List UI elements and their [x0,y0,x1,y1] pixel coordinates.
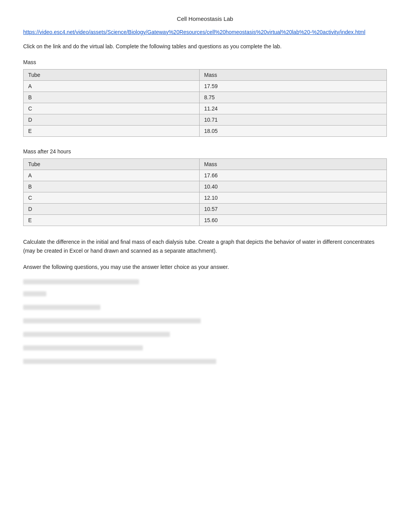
lab-link[interactable]: https://video.esc4.net/video/assets/Scie… [23,29,365,35]
table-row: B10.40 [24,181,387,192]
tube-cell: B [24,181,200,192]
table-row: D10.71 [24,114,387,126]
tube-cell: E [24,215,200,226]
mass-cell: 12.10 [199,192,386,204]
mass-after-table-header-tube: Tube [24,159,200,170]
instructions-text: Click on the link and do the virtual lab… [23,42,387,51]
mass-cell: 10.57 [199,204,386,215]
mass-cell: 17.59 [199,81,386,92]
tube-cell: E [24,126,200,137]
blurred-question-2 [23,305,100,310]
tube-cell: B [24,92,200,103]
table-row: C11.24 [24,103,387,114]
mass-cell: 17.66 [199,170,386,181]
tube-cell: C [24,103,200,114]
table-row: A17.59 [24,81,387,92]
tube-cell: C [24,192,200,204]
table-row: E15.60 [24,215,387,226]
mass-after-table-header-mass: Mass [199,159,386,170]
tube-cell: A [24,81,200,92]
tube-cell: D [24,204,200,215]
table-row: B8.75 [24,92,387,103]
page-title: Cell Homeostasis Lab [23,15,387,22]
mass-cell: 15.60 [199,215,386,226]
tube-cell: A [24,170,200,181]
mass-cell: 10.40 [199,181,386,192]
tube-cell: D [24,114,200,126]
blurred-question-3 [23,318,201,323]
blurred-question-4 [23,332,170,337]
blurred-answer-1 [23,291,46,296]
mass-label: Mass [23,59,387,65]
table-row: A17.66 [24,170,387,181]
blurred-question-1 [23,279,139,284]
mass-cell: 10.71 [199,114,386,126]
table-row: C12.10 [24,192,387,204]
mass-table: Tube Mass A17.59B8.75C11.24D10.71E18.05 [23,69,387,137]
answer-instructions: Answer the following questions, you may … [23,263,387,271]
mass-table-header-mass: Mass [199,70,386,81]
calc-instructions: Calculate the difference in the initial … [23,238,387,255]
mass-after-label: Mass after 24 hours [23,148,387,155]
mass-after-table: Tube Mass A17.66B10.40C12.10D10.57E15.60 [23,158,387,226]
mass-cell: 11.24 [199,103,386,114]
mass-cell: 18.05 [199,126,386,137]
link-block: https://video.esc4.net/video/assets/Scie… [23,29,387,35]
mass-table-header-tube: Tube [24,70,200,81]
blurred-question-6 [23,359,216,364]
table-row: D10.57 [24,204,387,215]
blurred-question-5 [23,345,143,350]
mass-cell: 8.75 [199,92,386,103]
table-row: E18.05 [24,126,387,137]
blurred-questions-section [23,279,387,364]
